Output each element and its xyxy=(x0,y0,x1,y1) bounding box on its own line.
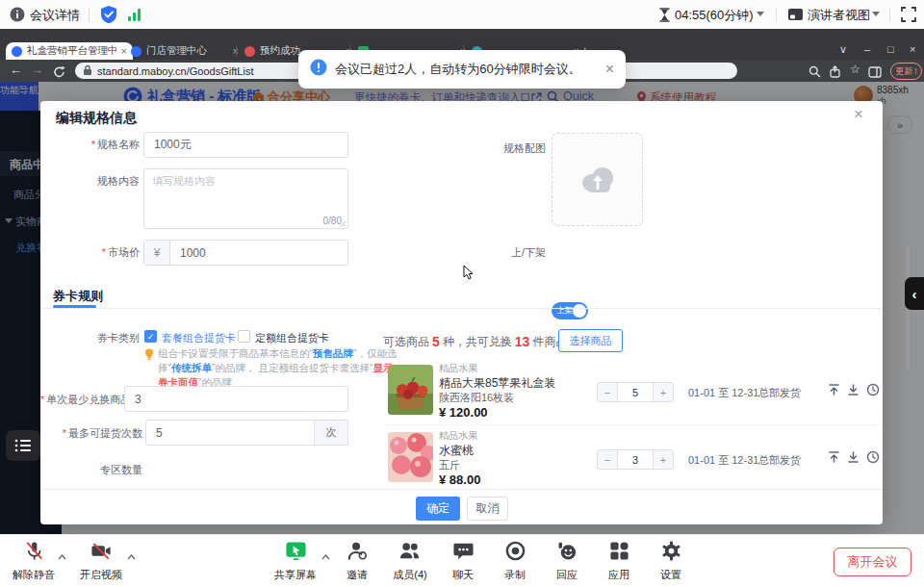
toast-message: 会议已超过2人，自动转为60分钟限时会议。 xyxy=(335,61,605,78)
min-exchange-input[interactable]: 3 xyxy=(124,386,348,412)
shelf-toggle[interactable]: 上架 xyxy=(552,302,588,319)
window-close-button[interactable]: × xyxy=(910,43,915,55)
search-tabs-icon[interactable] xyxy=(808,64,821,82)
stepper-minus-button[interactable]: − xyxy=(598,383,617,401)
admin-page: 功能导航 礼盒营销 - 标准版 合分享中心 更快捷的券卡、订单和快递查询入口 Q… xyxy=(0,82,924,534)
move-top-icon[interactable] xyxy=(828,450,840,468)
apps-grid-icon xyxy=(608,540,630,562)
toast-close-icon[interactable]: × xyxy=(605,61,614,78)
share-icon[interactable] xyxy=(829,64,841,82)
meeting-timer: 04:55(60分钟) xyxy=(675,7,754,24)
coupon-type-label: 券卡类别 xyxy=(40,331,140,345)
timer-caret-icon[interactable] xyxy=(757,12,764,16)
product-price: ¥ 88.00 xyxy=(439,472,480,487)
product-date-range: 01-01 至 12-31 xyxy=(688,453,758,468)
info-icon[interactable] xyxy=(10,7,25,26)
settings-button[interactable]: 设置 xyxy=(637,540,705,582)
upload-cloud-icon xyxy=(579,166,616,194)
stepper-plus-button[interactable]: + xyxy=(654,383,673,401)
url-text: standard.maboy.cn/GoodsGiftList xyxy=(97,65,253,77)
security-shield-icon[interactable] xyxy=(99,5,118,28)
product-subtitle: 陕西洛阳16枚装 xyxy=(439,391,514,405)
max-pickup-label: *最多可提货次数 xyxy=(40,426,142,441)
stepper-minus-button[interactable]: − xyxy=(598,450,617,469)
move-bottom-icon[interactable] xyxy=(847,450,860,468)
panel-collapse-handle[interactable]: ‹ xyxy=(905,277,924,310)
spec-name-input[interactable]: 1000元 xyxy=(143,132,348,158)
network-signal-icon[interactable] xyxy=(127,8,142,25)
coupon-rule-tip: 组合卡设置受限于商品基本信息的“预售品牌”，仅能选择“传统拆单”的品牌， 且定额… xyxy=(158,346,398,390)
stepper-value[interactable]: 5 xyxy=(617,383,654,401)
product-delivery: 总部发货 xyxy=(758,453,801,468)
gear-icon xyxy=(660,540,682,562)
move-top-icon[interactable] xyxy=(828,383,840,400)
back-button[interactable]: ← xyxy=(10,63,22,77)
resize-handle-icon[interactable] xyxy=(339,219,346,227)
divider xyxy=(776,8,777,21)
zone-count-label: 专区数量 xyxy=(40,463,142,477)
meeting-toast: 会议已超过2人，自动转为60分钟限时会议。 × xyxy=(298,50,626,89)
window-restore-button[interactable]: ∨ xyxy=(839,43,847,56)
members-icon xyxy=(398,540,422,562)
spec-content-textarea[interactable]: 填写规格内容 0/80 xyxy=(143,168,348,229)
stepper-plus-button[interactable]: + xyxy=(654,450,673,469)
product-tag: 精品水果 xyxy=(439,429,477,443)
video-options-chevron-icon[interactable] xyxy=(127,547,136,564)
history-clock-icon[interactable] xyxy=(866,383,880,400)
spec-content-label: 规格内容 xyxy=(40,174,140,189)
side-panel-icon[interactable] xyxy=(868,64,882,82)
image-upload-dropzone[interactable] xyxy=(552,133,643,226)
market-price-input[interactable]: ¥ 1000 xyxy=(143,240,348,266)
divider xyxy=(89,8,90,21)
list-icon xyxy=(14,439,32,452)
checkbox-fixed-amount[interactable] xyxy=(238,330,250,343)
lock-icon xyxy=(83,63,92,80)
reload-icon[interactable] xyxy=(53,64,65,82)
cancel-button[interactable]: 取消 xyxy=(467,497,508,521)
selection-summary: 可选商品 5 种，共可兑换 13 件商品 xyxy=(383,332,567,351)
checkbox-fixed-amount-label[interactable]: 定额组合提货卡 xyxy=(255,331,329,345)
history-clock-icon[interactable] xyxy=(866,450,880,468)
microphone-muted-icon xyxy=(23,540,45,562)
browser-tab-store-admin[interactable]: 门店管理中心 × xyxy=(125,42,244,60)
product-date-range: 01-01 至 12-31 xyxy=(688,386,758,400)
browser-update-button[interactable]: 更新 ! xyxy=(890,63,922,80)
annotation-menu-button[interactable] xyxy=(6,430,40,461)
chat-bubble-icon xyxy=(452,540,475,562)
section-divider xyxy=(40,308,883,309)
shared-screen: 礼盒营销平台管理中心 × 门店管理中心 × 预约成功 × × xyxy=(0,29,924,534)
modal-close-icon[interactable]: × xyxy=(854,105,863,124)
mic-options-chevron-icon[interactable] xyxy=(58,547,66,564)
window-minimize-button[interactable]: – xyxy=(864,43,870,55)
share-screen-button[interactable]: 共享屏幕 xyxy=(262,540,329,582)
meeting-details-label[interactable]: 会议详情 xyxy=(30,7,80,24)
fullscreen-icon[interactable] xyxy=(901,7,916,26)
start-video-button[interactable]: 开启视频 xyxy=(67,540,135,582)
window-maximize-button[interactable]: □ xyxy=(887,43,894,55)
spec-name-label: *规格名称 xyxy=(40,138,140,152)
tab-divider xyxy=(236,45,237,57)
layout-view-icon xyxy=(787,7,804,26)
meeting-window: 会议详情 04:55(60分钟) 演讲者视图 礼盒营销平台管理中心 xyxy=(0,0,924,587)
record-icon xyxy=(504,540,526,562)
coupon-rules-tab[interactable]: 券卡规则 xyxy=(53,288,103,305)
choose-goods-button[interactable]: 选择商品 xyxy=(558,329,623,352)
divider xyxy=(889,8,890,21)
max-pickup-input[interactable]: 5 xyxy=(145,420,315,446)
checkbox-combo-package[interactable]: ✓ xyxy=(144,330,157,343)
confirm-button[interactable]: 确定 xyxy=(416,497,460,521)
product-delivery: 总部发货 xyxy=(758,386,801,400)
bookmark-star-icon[interactable]: ☆ xyxy=(850,63,860,76)
product-subtitle: 五斤 xyxy=(439,458,460,472)
min-exchange-label: *单次最少兑换商品数 xyxy=(40,393,122,407)
meeting-toolbar: 解除静音 开启视频 共享屏幕 xyxy=(0,534,924,587)
toggle-knob xyxy=(573,304,586,318)
browser-tab-gift-admin[interactable]: 礼盒营销平台管理中心 × xyxy=(6,42,133,60)
leave-meeting-button[interactable]: 离开会议 xyxy=(834,548,911,576)
forward-button[interactable]: → xyxy=(31,63,43,77)
view-caret-icon[interactable] xyxy=(872,12,880,16)
checkbox-combo-package-label[interactable]: 套餐组合提货卡 xyxy=(162,331,236,345)
view-mode-label[interactable]: 演讲者视图 xyxy=(808,7,870,24)
move-bottom-icon[interactable] xyxy=(847,383,860,400)
stepper-value[interactable]: 3 xyxy=(617,450,654,469)
